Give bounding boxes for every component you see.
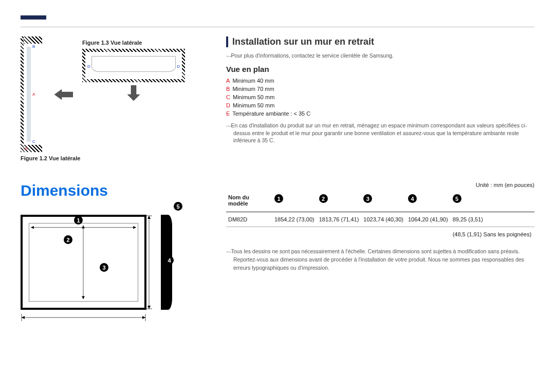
label-d-left: D bbox=[87, 64, 90, 69]
plan-heading: Vue en plan bbox=[226, 65, 534, 73]
figure-1-2-wrap: B A C E bbox=[21, 36, 45, 152]
lower-left: Dimensions 1 2 bbox=[21, 182, 211, 322]
svg-marker-4 bbox=[133, 226, 136, 229]
spec-e: E Température ambiante : < 35 C bbox=[226, 110, 534, 117]
side-view: 5 4 bbox=[153, 215, 178, 322]
spec-d: D Minimum 50 mm bbox=[226, 102, 534, 108]
arrow-left-icon bbox=[54, 88, 73, 101]
cell-3: 1023,74 (40,30) bbox=[361, 212, 406, 227]
th-5: 5 bbox=[451, 191, 534, 212]
install-long-note: En cas d'installation du produit sur un … bbox=[226, 122, 534, 144]
left-column: B A C E Figure 1.3 Vue latérale bbox=[21, 36, 211, 161]
top-accent-bar bbox=[21, 15, 46, 20]
v-dimension-arrow bbox=[145, 215, 153, 310]
table-row: (48,5 (1,91) Sans les poignées) bbox=[226, 227, 534, 242]
svg-marker-10 bbox=[142, 316, 145, 319]
figure-1-3-wrap: Figure 1.3 Vue latérale D D bbox=[82, 40, 185, 152]
unit-label: Unité : mm (en pouces) bbox=[226, 182, 534, 188]
badge-5: 5 bbox=[174, 202, 182, 211]
spec-c: C Minimum 50 mm bbox=[226, 94, 534, 100]
figure-1-2-label: Figure 1.2 Vue latérale bbox=[21, 155, 211, 161]
svg-marker-9 bbox=[22, 316, 25, 319]
h-dimension-arrow bbox=[21, 313, 146, 322]
svg-marker-6 bbox=[82, 226, 85, 229]
badge-4: 4 bbox=[165, 256, 174, 265]
inner-dim-arrows bbox=[29, 223, 138, 301]
svg-marker-7 bbox=[82, 296, 85, 299]
figure-1-3-diagram: D D bbox=[82, 49, 185, 82]
horizontal-rule bbox=[21, 27, 534, 27]
spec-b: B Minimum 70 mm bbox=[226, 86, 534, 92]
lower-section: Dimensions 1 2 bbox=[21, 182, 534, 322]
svg-marker-15 bbox=[147, 306, 151, 309]
lower-right: Unité : mm (en pouces) Nom du modèle 1 2… bbox=[226, 182, 534, 322]
th-4: 4 bbox=[406, 191, 451, 212]
th-3: 3 bbox=[361, 191, 406, 212]
svg-marker-3 bbox=[31, 226, 34, 229]
cell-model: DM82D bbox=[226, 212, 272, 227]
th-2: 2 bbox=[317, 191, 362, 212]
dimensions-figure: 1 2 3 5 bbox=[21, 215, 211, 322]
svg-marker-0 bbox=[54, 89, 73, 100]
badge-2: 2 bbox=[64, 235, 72, 244]
page: B A C E Figure 1.3 Vue latérale bbox=[0, 0, 555, 332]
table-header-row: Nom du modèle 1 2 3 4 5 bbox=[226, 191, 534, 212]
upper-section: B A C E Figure 1.3 Vue latérale bbox=[21, 36, 534, 161]
svg-marker-1 bbox=[127, 85, 140, 101]
table-row: DM82D 1854,22 (73,00) 1813,76 (71,41) 10… bbox=[226, 212, 534, 227]
cell-4: 1064,20 (41,90) bbox=[406, 212, 451, 227]
dimensions-table: Nom du modèle 1 2 3 4 5 DM82D 1854,22 (7… bbox=[226, 191, 534, 241]
cell-1: 1854,22 (73,00) bbox=[272, 212, 317, 227]
label-d-right: D bbox=[177, 64, 180, 69]
figure-1-2-diagram: B A C E bbox=[21, 36, 45, 152]
figure-1-3-label: Figure 1.3 Vue latérale bbox=[82, 40, 185, 46]
install-heading: Installation sur un mur en retrait bbox=[226, 36, 534, 47]
label-c: C bbox=[32, 139, 35, 144]
dimensions-footnote: Tous les dessins ne sont pas nécessairem… bbox=[226, 248, 534, 272]
th-model: Nom du modèle bbox=[226, 191, 272, 212]
right-column: Installation sur un mur en retrait Pour … bbox=[226, 36, 534, 161]
svg-marker-14 bbox=[147, 216, 151, 219]
cell-5a: 89,25 (3,51) bbox=[451, 212, 534, 227]
install-note: Pour plus d'informations, contactez le s… bbox=[226, 52, 534, 59]
cell-5b: (48,5 (1,91) Sans les poignées) bbox=[451, 227, 534, 242]
spec-a: A Minimum 40 mm bbox=[226, 78, 534, 84]
front-view: 1 2 3 bbox=[21, 215, 146, 322]
badge-1: 1 bbox=[74, 216, 83, 225]
label-a: A bbox=[32, 92, 35, 97]
label-e: E bbox=[25, 146, 28, 151]
cell-2: 1813,76 (71,41) bbox=[317, 212, 362, 227]
dimensions-title: Dimensions bbox=[21, 182, 211, 199]
th-1: 1 bbox=[272, 191, 317, 212]
badge-3: 3 bbox=[100, 263, 108, 272]
label-b: B bbox=[32, 44, 35, 49]
arrow-down-icon bbox=[82, 85, 185, 102]
